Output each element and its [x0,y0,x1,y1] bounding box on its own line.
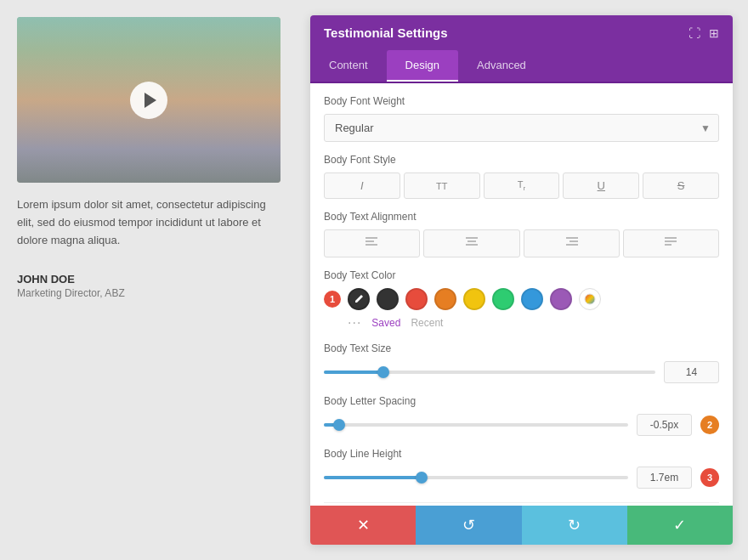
header-icons: ⛶ ⊞ [688,26,719,40]
line-height-value[interactable] [637,467,692,489]
author-name: JOHN DOE [17,273,293,286]
svg-rect-9 [665,237,677,239]
align-center-button[interactable] [423,229,519,257]
svg-rect-6 [566,237,578,239]
redo-button[interactable]: ↻ [522,506,627,545]
left-panel: Lorem ipsum dolor sit amet, consectetur … [0,0,310,560]
color-swatch-gradient[interactable] [579,288,601,310]
align-right-button[interactable] [524,229,620,257]
text-size-thumb[interactable] [377,366,389,378]
expand-icon[interactable]: ⛶ [688,26,700,40]
font-weight-select-wrapper: Regular Bold Light Extra Bold ▼ [324,114,719,142]
italic-button[interactable]: I [324,173,400,199]
badge-2: 2 [700,416,719,434]
svg-rect-10 [665,240,677,242]
color-swatch-red[interactable] [405,288,428,310]
align-justify-button[interactable] [623,229,719,257]
letter-spacing-label: Body Letter Spacing [324,395,719,407]
text-size-track[interactable] [324,371,655,374]
line-height-track[interactable] [324,476,628,479]
cancel-icon: ✕ [357,516,370,535]
font-style-label: Body Font Style [324,154,719,166]
svg-point-12 [585,294,595,304]
svg-rect-5 [466,244,478,246]
saved-recent-row: ··· Saved Recent [324,315,719,331]
svg-rect-4 [468,240,476,242]
line-height-label: Body Line Height [324,448,719,460]
badge-3: 3 [700,468,719,487]
svg-rect-7 [570,240,578,242]
tab-design[interactable]: Design [387,50,458,82]
text-size-slider-row [324,361,719,383]
badge-1: 1 [324,291,341,308]
play-button[interactable] [130,82,167,119]
tab-content[interactable]: Content [310,50,387,82]
svg-rect-2 [366,244,377,246]
underline-button[interactable]: U [563,173,639,199]
play-icon [144,93,156,108]
save-button[interactable]: ✓ [627,506,733,545]
letter-spacing-track[interactable] [324,423,628,427]
font-weight-select[interactable]: Regular Bold Light Extra Bold [324,114,719,142]
layout-icon[interactable]: ⊞ [709,26,719,40]
tabs: Content Design Advanced [310,50,733,83]
text-color-label: Body Text Color [324,269,719,281]
titlecase-button[interactable]: Tr [484,173,560,199]
save-icon: ✓ [673,516,686,535]
letter-spacing-value[interactable] [637,414,692,436]
color-swatch-orange[interactable] [434,288,456,310]
color-swatch-purple[interactable] [550,288,572,310]
color-swatch-yellow[interactable] [463,288,485,310]
panel-header: Testimonial Settings ⛶ ⊞ [310,15,733,50]
text-alignment-label: Body Text Alignment [324,211,719,223]
svg-rect-8 [566,244,578,246]
author-title: Marketing Director, ABZ [17,287,293,299]
panel-title: Testimonial Settings [324,25,448,40]
text-size-fill [324,371,383,374]
uppercase-button[interactable]: TT [404,173,480,199]
font-weight-label: Body Font Weight [324,95,719,107]
color-swatches-row: 1 [324,288,719,310]
bottom-bar: ✕ ↺ ↻ ✓ [310,506,733,545]
reset-button[interactable]: ↺ [416,506,521,545]
settings-panel: Testimonial Settings ⛶ ⊞ Content Design … [310,15,733,545]
svg-rect-3 [466,237,478,239]
letter-spacing-slider-row: 2 [324,414,719,436]
more-colors-button[interactable]: ··· [348,315,361,331]
line-height-slider-row: 3 [324,467,719,489]
color-swatch-black[interactable] [377,288,399,310]
saved-tab[interactable]: Saved [371,317,400,329]
testimonial-text: Lorem ipsum dolor sit amet, consectetur … [17,196,280,249]
line-height-thumb[interactable] [416,472,428,484]
cancel-button[interactable]: ✕ [310,506,416,545]
video-thumbnail[interactable] [17,17,280,183]
svg-rect-11 [665,244,672,246]
font-style-buttons: I TT Tr U S [324,173,719,199]
svg-rect-1 [366,240,374,242]
strikethrough-button[interactable]: S [643,173,719,199]
color-swatch-green[interactable] [492,288,514,310]
svg-rect-0 [366,237,377,239]
reset-icon: ↺ [462,516,475,535]
text-size-value[interactable] [664,361,719,383]
align-left-button[interactable] [324,229,420,257]
alignment-buttons [324,229,719,257]
tab-advanced[interactable]: Advanced [458,50,545,82]
redo-icon: ↻ [568,516,581,535]
color-swatch-blue[interactable] [521,288,543,310]
text-size-label: Body Text Size [324,342,719,354]
color-edit-button[interactable] [348,288,370,310]
letter-spacing-thumb[interactable] [333,419,345,431]
text-color-section: Body Text Color 1 ··· Saved [324,269,719,331]
panel-body: Body Font Weight Regular Bold Light Extr… [310,83,733,506]
recent-tab[interactable]: Recent [411,317,443,329]
line-height-fill [324,476,422,479]
